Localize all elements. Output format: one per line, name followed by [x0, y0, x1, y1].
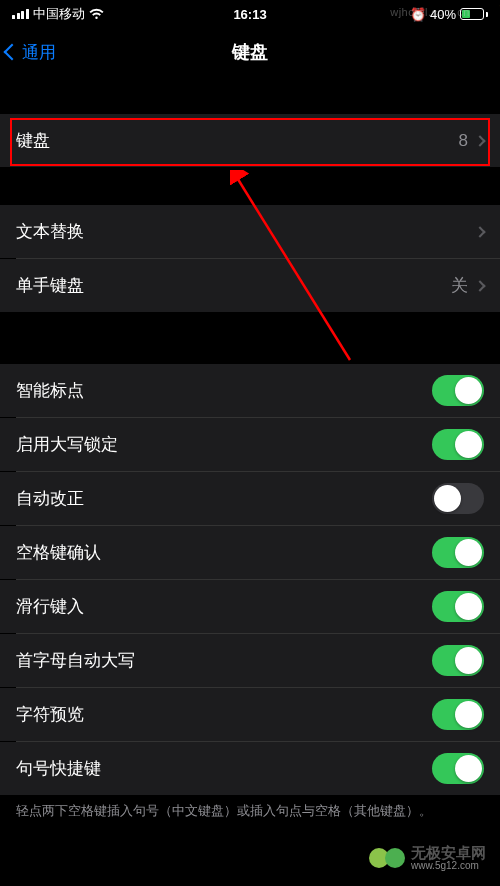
auto-correct-label: 自动改正 [16, 487, 432, 510]
auto-caps-label: 首字母自动大写 [16, 649, 432, 672]
nav-bar: 通用 键盘 [0, 28, 500, 76]
space-confirm-toggle[interactable] [432, 537, 484, 568]
back-button[interactable]: 通用 [0, 41, 56, 64]
watermark-brand: 无极安卓网 www.5g12.com [369, 840, 486, 876]
auto-correct-toggle[interactable] [432, 483, 484, 514]
wifi-icon [89, 8, 104, 20]
caps-lock-row: 启用大写锁定 [0, 418, 500, 471]
smart-punct-toggle[interactable] [432, 375, 484, 406]
one-hand-keyboard-value: 关 [451, 274, 468, 297]
signal-icon [12, 9, 29, 19]
chevron-right-icon [474, 226, 485, 237]
period-shortcut-label: 句号快捷键 [16, 757, 432, 780]
svg-point-2 [385, 848, 405, 868]
chevron-left-icon [4, 44, 21, 61]
period-shortcut-row: 句号快捷键 [0, 742, 500, 795]
chevron-right-icon [474, 280, 485, 291]
watermark-title: 无极安卓网 [411, 845, 486, 860]
footer-hint: 轻点两下空格键插入句号（中文键盘）或插入句点与空格（其他键盘）。 [0, 795, 500, 821]
carrier-label: 中国移动 [33, 5, 85, 23]
one-hand-keyboard-label: 单手键盘 [16, 274, 451, 297]
slide-input-label: 滑行键入 [16, 595, 432, 618]
text-replacement-row[interactable]: 文本替换 [0, 205, 500, 258]
auto-correct-row: 自动改正 [0, 472, 500, 525]
auto-caps-row: 首字母自动大写 [0, 634, 500, 687]
smart-punct-label: 智能标点 [16, 379, 432, 402]
char-preview-toggle[interactable] [432, 699, 484, 730]
keyboards-row[interactable]: 键盘 8 [0, 114, 500, 167]
one-hand-keyboard-row[interactable]: 单手键盘 关 [0, 259, 500, 312]
page-title: 键盘 [232, 40, 268, 64]
smart-punct-row: 智能标点 [0, 364, 500, 417]
period-shortcut-toggle[interactable] [432, 753, 484, 784]
chevron-right-icon [474, 135, 485, 146]
space-confirm-label: 空格键确认 [16, 541, 432, 564]
auto-caps-toggle[interactable] [432, 645, 484, 676]
keyboards-label: 键盘 [16, 129, 459, 152]
caps-lock-label: 启用大写锁定 [16, 433, 432, 456]
slide-input-row: 滑行键入 [0, 580, 500, 633]
text-replacement-label: 文本替换 [16, 220, 476, 243]
caps-lock-toggle[interactable] [432, 429, 484, 460]
watermark-sub: www.5g12.com [411, 860, 486, 871]
keyboards-count: 8 [459, 131, 468, 151]
char-preview-label: 字符预览 [16, 703, 432, 726]
space-confirm-row: 空格键确认 [0, 526, 500, 579]
back-label: 通用 [22, 41, 56, 64]
char-preview-row: 字符预览 [0, 688, 500, 741]
slide-input-toggle[interactable] [432, 591, 484, 622]
status-time: 16:13 [233, 7, 266, 22]
watermark-url: wjhotel.com.cn [390, 6, 470, 18]
watermark-logo-icon [369, 840, 405, 876]
